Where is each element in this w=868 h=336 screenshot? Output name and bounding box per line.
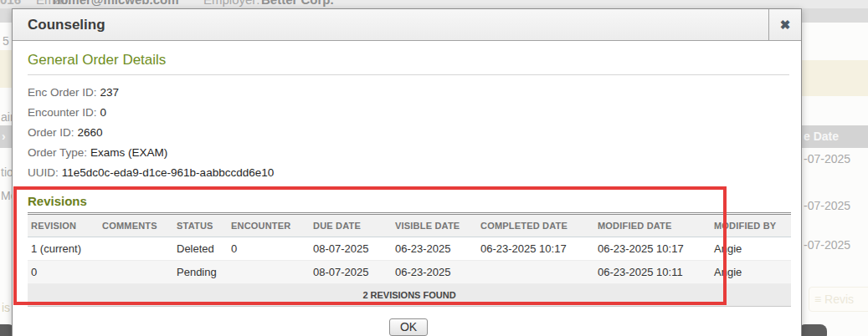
order-detail-field: UUID:11e5dc0c-eda9-d1ce-961b-aabbccdd6e1… — [28, 163, 789, 183]
background-fragment: tio — [1, 165, 12, 179]
background-employer-label: Employer: — [203, 0, 260, 7]
column-header: REVISION — [28, 215, 99, 237]
order-detail-field: Order ID:2660 — [28, 123, 789, 143]
revisions-table-header-row: REVISIONCOMMENTSSTATUSENCOUNTERDUE DATEV… — [28, 215, 791, 237]
ok-button[interactable]: OK — [389, 318, 428, 336]
column-header: MODIFIED DATE — [594, 215, 711, 237]
table-cell — [477, 261, 594, 284]
table-cell: 1 (current) — [28, 237, 99, 261]
field-value: 237 — [100, 86, 120, 99]
field-label: Order ID: — [28, 126, 74, 139]
field-value: 0 — [100, 106, 107, 119]
table-row: 1 (current)Deleted008-07-202506-23-20250… — [28, 237, 791, 261]
counseling-dialog: Counseling ✖ General Order Details Enc O… — [12, 8, 802, 336]
column-header: COMMENTS — [99, 215, 173, 237]
table-cell: 06-23-2025 — [392, 261, 477, 284]
background-fragment: 5 — [3, 34, 9, 48]
background-employer-value: Better Corp. — [261, 0, 334, 7]
dialog-body: General Order Details Enc Order ID:237En… — [13, 41, 801, 336]
background-due-date-header: e Date — [802, 125, 868, 148]
screen: 016 Email: homer@micweb.com Employer: Be… — [0, 0, 868, 336]
order-detail-field: Order Type:Exams (EXAM) — [28, 143, 789, 163]
table-cell: 08-07-2025 — [310, 261, 392, 284]
table-row: 0Pending08-07-202506-23-202506-23-2025 1… — [28, 261, 791, 284]
menu-icon: ≡ — [814, 293, 821, 306]
background-table-header-strip: › — [0, 125, 12, 148]
general-fields: Enc Order ID:237Encounter ID:0Order ID:2… — [28, 83, 789, 183]
column-header: MODIFIED BY — [711, 215, 791, 237]
field-label: Encounter ID: — [28, 106, 97, 119]
field-label: Order Type: — [28, 146, 87, 159]
table-cell: 06-23-2025 10:17 — [477, 237, 594, 261]
background-fragment: air — [1, 110, 12, 124]
background-fragment: Me — [1, 189, 12, 202]
background-fragment: is — [2, 301, 10, 314]
dialog-buttonbar: OK — [28, 318, 789, 336]
background-patient-bar: 016 Email: homer@micweb.com Employer: Be… — [0, 0, 868, 8]
column-header: DUE DATE — [310, 215, 392, 237]
table-cell: 0 — [28, 261, 99, 284]
table-cell: Deleted — [173, 237, 228, 261]
field-value: Exams (EXAM) — [90, 146, 167, 159]
background-date: -07-2025 — [804, 152, 850, 165]
background-revisions-button: ≡ Revis — [809, 287, 868, 312]
table-cell: 08-07-2025 — [310, 237, 392, 261]
background-id-fragment: 016 — [0, 0, 21, 7]
field-value: 11e5dc0c-eda9-d1ce-961b-aabbccdd6e10 — [62, 166, 274, 179]
revisions-table-wrap: REVISIONCOMMENTSSTATUSENCOUNTERDUE DATEV… — [28, 212, 791, 307]
table-cell: 06-23-2025 — [392, 237, 477, 261]
chevron-right-icon: › — [2, 130, 6, 143]
table-cell — [99, 237, 173, 261]
background-pill — [0, 324, 12, 336]
table-cell: 0 — [228, 237, 310, 261]
revisions-table-footer-row: 2 REVISIONS FOUND — [28, 284, 791, 307]
table-cell — [228, 261, 310, 284]
column-header: COMPLETED DATE — [477, 215, 594, 237]
table-cell: Angie — [711, 261, 791, 284]
background-email-value: homer@micweb.com — [53, 0, 179, 7]
table-cell — [99, 261, 173, 284]
column-header: STATUS — [173, 215, 228, 237]
background-right-strip: e Date -07-2025 -07-2025 -07-2025 ≡ Revi… — [802, 8, 868, 336]
general-order-details-heading: General Order Details — [28, 52, 789, 75]
table-cell: 06-23-2025 10:11 — [594, 261, 711, 284]
revisions-table: REVISIONCOMMENTSSTATUSENCOUNTERDUE DATEV… — [28, 214, 791, 307]
background-date: -07-2025 — [804, 238, 850, 252]
column-header: VISIBLE DATE — [392, 215, 477, 237]
order-detail-field: Enc Order ID:237 — [28, 83, 789, 103]
order-detail-field: Encounter ID:0 — [28, 103, 789, 123]
table-cell: 06-23-2025 10:17 — [594, 237, 711, 261]
background-pill — [802, 324, 827, 336]
background-left-strip: 5 air › tio Me is — [0, 8, 12, 336]
field-label: Enc Order ID: — [28, 86, 97, 99]
revisions-heading: Revisions — [28, 194, 789, 208]
close-button[interactable]: ✖ — [768, 9, 801, 41]
revisions-count: 2 REVISIONS FOUND — [28, 284, 791, 307]
dialog-titlebar: Counseling ✖ — [13, 9, 801, 41]
table-cell: Angie — [711, 237, 791, 261]
field-value: 2660 — [78, 126, 103, 139]
dialog-title: Counseling — [28, 17, 105, 33]
table-cell: Pending — [173, 261, 228, 284]
field-label: UUID: — [28, 166, 59, 179]
close-icon: ✖ — [780, 18, 791, 32]
column-header: ENCOUNTER — [228, 215, 310, 237]
background-date: -07-2025 — [804, 199, 850, 212]
